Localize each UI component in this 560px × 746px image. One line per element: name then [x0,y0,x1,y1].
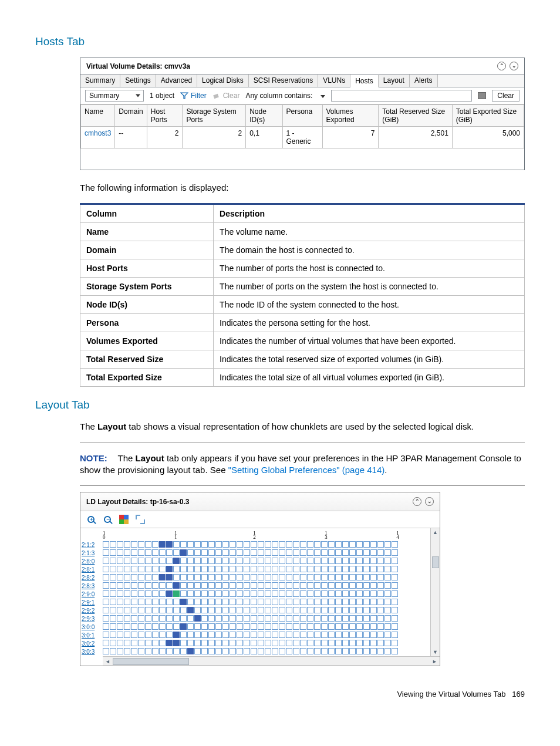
ld-cell[interactable] [349,623,356,630]
ld-cell[interactable] [187,615,194,622]
ld-cell[interactable] [208,632,215,638]
ld-cell[interactable] [152,574,158,580]
ld-cell[interactable] [138,549,144,556]
ld-cell[interactable] [230,541,236,548]
ld-cell[interactable] [215,607,222,613]
ld-cell[interactable] [328,549,335,556]
ld-cell[interactable] [258,623,264,630]
ld-cell[interactable] [314,599,321,605]
ld-cell[interactable] [370,623,377,630]
ld-cell[interactable] [187,599,194,605]
preferences-link[interactable]: "Setting Global Preferences" (page 414) [228,465,385,475]
ld-cell[interactable] [363,574,370,580]
ld-cell[interactable] [180,599,187,605]
ld-cell[interactable] [215,648,222,654]
ld-cell[interactable] [377,590,384,597]
ld-cell[interactable] [208,582,215,589]
ld-cell[interactable] [138,648,144,654]
ld-cell[interactable] [349,582,356,589]
ld-cell[interactable] [307,558,313,564]
ld-cell[interactable] [272,582,278,589]
ld-cell[interactable] [131,632,137,638]
filter-link[interactable]: Filter [180,92,207,100]
ld-cell[interactable] [124,566,130,572]
ld-cell[interactable] [258,558,264,564]
ld-cell[interactable] [187,590,194,597]
ld-cell[interactable] [173,648,180,654]
ld-cell[interactable] [159,623,166,630]
ld-cell[interactable] [110,558,116,564]
ld-cell[interactable] [279,648,285,654]
ld-cell[interactable] [201,648,208,654]
ld-cell[interactable] [145,615,151,622]
ld-cell[interactable] [272,558,278,564]
ld-cell[interactable] [272,632,278,638]
ld-cell[interactable] [293,590,299,597]
ld-cell[interactable] [194,615,201,622]
printer-icon[interactable] [478,92,486,99]
collapse-down-icon[interactable]: ⌄ [425,497,434,506]
ld-cell[interactable] [335,549,342,556]
ld-cell[interactable] [180,648,187,654]
ld-cell[interactable] [279,558,285,564]
ld-cell[interactable] [384,590,391,597]
ld-cell[interactable] [356,599,363,605]
ld-cell[interactable] [384,574,391,580]
ld-cell[interactable] [124,632,130,638]
ld-cell[interactable] [335,599,342,605]
ld-cell[interactable] [314,549,321,556]
ld-cell[interactable] [377,541,384,548]
ld-cell[interactable] [180,558,187,564]
ld-cell[interactable] [258,607,264,613]
ld-cell[interactable] [138,566,144,572]
ld-cell[interactable] [173,549,180,556]
ld-cell[interactable] [384,599,391,605]
ld-cell[interactable] [166,640,173,646]
ld-cell[interactable] [370,615,377,622]
ld-cell[interactable] [230,640,236,646]
ld-cell[interactable] [314,615,321,622]
ld-cell[interactable] [384,648,391,654]
ld-cell[interactable] [180,574,187,580]
ld-cell[interactable] [279,566,285,572]
ld-cell[interactable] [215,541,222,548]
ld-cell[interactable] [201,590,208,597]
ld-cell[interactable] [258,599,264,605]
ld-cell[interactable] [208,541,215,548]
ld-cell[interactable] [222,607,229,613]
ld-cell[interactable] [335,590,342,597]
ld-cell[interactable] [279,599,285,605]
ld-cell[interactable] [124,541,130,548]
ld-cell[interactable] [131,607,137,613]
ld-cell[interactable] [187,541,194,548]
ld-cell[interactable] [215,590,222,597]
ld-cell[interactable] [180,582,187,589]
ld-cell[interactable] [349,632,356,638]
ld-cell[interactable] [166,558,173,564]
ld-cell[interactable] [300,558,306,564]
ld-cell[interactable] [335,615,342,622]
ld-cell[interactable] [145,566,151,572]
ld-cell[interactable] [110,632,116,638]
ld-cell[interactable] [244,607,250,613]
ld-cell[interactable] [321,558,328,564]
ld-cell[interactable] [244,640,250,646]
ld-cell[interactable] [328,599,335,605]
ld-cell[interactable] [215,640,222,646]
ld-row-label[interactable]: 2:9:0 [82,590,103,599]
ld-cell[interactable] [279,574,285,580]
col-header[interactable]: Domain [115,105,147,127]
ld-cell[interactable] [265,607,271,613]
ld-cell[interactable] [230,632,236,638]
ld-cell[interactable] [187,640,194,646]
ld-cell[interactable] [124,648,130,654]
ld-cell[interactable] [342,549,349,556]
ld-cell[interactable] [307,590,313,597]
ld-cell[interactable] [194,623,201,630]
ld-cell[interactable] [237,632,243,638]
ld-cell[interactable] [272,566,278,572]
ld-cell[interactable] [145,648,151,654]
ld-cell[interactable] [265,541,271,548]
ld-cell[interactable] [342,566,349,572]
ld-cell[interactable] [194,541,201,548]
